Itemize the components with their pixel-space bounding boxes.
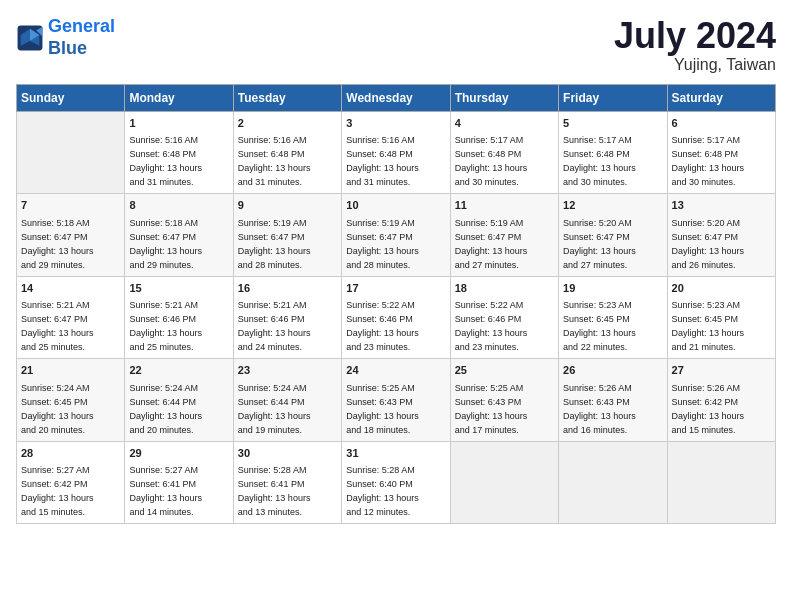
calendar-cell: 6 Sunrise: 5:17 AMSunset: 6:48 PMDayligh… [667, 111, 775, 194]
calendar-cell [667, 441, 775, 524]
calendar-cell: 25 Sunrise: 5:25 AMSunset: 6:43 PMDaylig… [450, 359, 558, 442]
day-number: 11 [455, 198, 554, 213]
day-info: Sunrise: 5:16 AMSunset: 6:48 PMDaylight:… [129, 135, 202, 187]
day-number: 8 [129, 198, 228, 213]
day-info: Sunrise: 5:17 AMSunset: 6:48 PMDaylight:… [455, 135, 528, 187]
day-number: 13 [672, 198, 771, 213]
calendar-cell: 12 Sunrise: 5:20 AMSunset: 6:47 PMDaylig… [559, 194, 667, 277]
day-info: Sunrise: 5:20 AMSunset: 6:47 PMDaylight:… [672, 218, 745, 270]
calendar-cell: 21 Sunrise: 5:24 AMSunset: 6:45 PMDaylig… [17, 359, 125, 442]
day-number: 25 [455, 363, 554, 378]
day-info: Sunrise: 5:24 AMSunset: 6:44 PMDaylight:… [238, 383, 311, 435]
month-year-title: July 2024 [614, 16, 776, 56]
day-info: Sunrise: 5:21 AMSunset: 6:46 PMDaylight:… [238, 300, 311, 352]
day-info: Sunrise: 5:18 AMSunset: 6:47 PMDaylight:… [129, 218, 202, 270]
day-info: Sunrise: 5:27 AMSunset: 6:41 PMDaylight:… [129, 465, 202, 517]
day-info: Sunrise: 5:26 AMSunset: 6:43 PMDaylight:… [563, 383, 636, 435]
day-number: 6 [672, 116, 771, 131]
day-number: 1 [129, 116, 228, 131]
day-info: Sunrise: 5:21 AMSunset: 6:47 PMDaylight:… [21, 300, 94, 352]
calendar-cell: 30 Sunrise: 5:28 AMSunset: 6:41 PMDaylig… [233, 441, 341, 524]
calendar-cell: 5 Sunrise: 5:17 AMSunset: 6:48 PMDayligh… [559, 111, 667, 194]
calendar-cell: 24 Sunrise: 5:25 AMSunset: 6:43 PMDaylig… [342, 359, 450, 442]
weekday-header-thursday: Thursday [450, 84, 558, 111]
day-number: 18 [455, 281, 554, 296]
day-info: Sunrise: 5:23 AMSunset: 6:45 PMDaylight:… [672, 300, 745, 352]
day-number: 30 [238, 446, 337, 461]
weekday-header-friday: Friday [559, 84, 667, 111]
day-info: Sunrise: 5:26 AMSunset: 6:42 PMDaylight:… [672, 383, 745, 435]
calendar-cell: 28 Sunrise: 5:27 AMSunset: 6:42 PMDaylig… [17, 441, 125, 524]
location-subtitle: Yujing, Taiwan [614, 56, 776, 74]
day-number: 20 [672, 281, 771, 296]
calendar-cell: 22 Sunrise: 5:24 AMSunset: 6:44 PMDaylig… [125, 359, 233, 442]
day-number: 17 [346, 281, 445, 296]
calendar-cell: 4 Sunrise: 5:17 AMSunset: 6:48 PMDayligh… [450, 111, 558, 194]
logo: General Blue [16, 16, 115, 59]
calendar-body: 1 Sunrise: 5:16 AMSunset: 6:48 PMDayligh… [17, 111, 776, 524]
day-number: 4 [455, 116, 554, 131]
day-number: 3 [346, 116, 445, 131]
calendar-week-row: 14 Sunrise: 5:21 AMSunset: 6:47 PMDaylig… [17, 276, 776, 359]
calendar-cell: 31 Sunrise: 5:28 AMSunset: 6:40 PMDaylig… [342, 441, 450, 524]
calendar-cell: 11 Sunrise: 5:19 AMSunset: 6:47 PMDaylig… [450, 194, 558, 277]
logo-general: General [48, 16, 115, 36]
day-number: 23 [238, 363, 337, 378]
day-number: 12 [563, 198, 662, 213]
weekday-header-saturday: Saturday [667, 84, 775, 111]
day-number: 5 [563, 116, 662, 131]
calendar-cell: 1 Sunrise: 5:16 AMSunset: 6:48 PMDayligh… [125, 111, 233, 194]
day-info: Sunrise: 5:28 AMSunset: 6:41 PMDaylight:… [238, 465, 311, 517]
day-number: 24 [346, 363, 445, 378]
calendar-cell [450, 441, 558, 524]
calendar-week-row: 28 Sunrise: 5:27 AMSunset: 6:42 PMDaylig… [17, 441, 776, 524]
calendar-cell: 27 Sunrise: 5:26 AMSunset: 6:42 PMDaylig… [667, 359, 775, 442]
day-info: Sunrise: 5:21 AMSunset: 6:46 PMDaylight:… [129, 300, 202, 352]
day-info: Sunrise: 5:18 AMSunset: 6:47 PMDaylight:… [21, 218, 94, 270]
weekday-header-sunday: Sunday [17, 84, 125, 111]
day-number: 15 [129, 281, 228, 296]
day-info: Sunrise: 5:27 AMSunset: 6:42 PMDaylight:… [21, 465, 94, 517]
calendar-cell [559, 441, 667, 524]
calendar-cell: 9 Sunrise: 5:19 AMSunset: 6:47 PMDayligh… [233, 194, 341, 277]
day-info: Sunrise: 5:24 AMSunset: 6:44 PMDaylight:… [129, 383, 202, 435]
day-number: 21 [21, 363, 120, 378]
day-info: Sunrise: 5:16 AMSunset: 6:48 PMDaylight:… [238, 135, 311, 187]
calendar-header-row: SundayMondayTuesdayWednesdayThursdayFrid… [17, 84, 776, 111]
calendar-cell: 23 Sunrise: 5:24 AMSunset: 6:44 PMDaylig… [233, 359, 341, 442]
day-number: 31 [346, 446, 445, 461]
day-info: Sunrise: 5:23 AMSunset: 6:45 PMDaylight:… [563, 300, 636, 352]
calendar-cell: 8 Sunrise: 5:18 AMSunset: 6:47 PMDayligh… [125, 194, 233, 277]
day-info: Sunrise: 5:22 AMSunset: 6:46 PMDaylight:… [455, 300, 528, 352]
calendar-table: SundayMondayTuesdayWednesdayThursdayFrid… [16, 84, 776, 525]
day-number: 7 [21, 198, 120, 213]
calendar-cell: 16 Sunrise: 5:21 AMSunset: 6:46 PMDaylig… [233, 276, 341, 359]
calendar-cell: 3 Sunrise: 5:16 AMSunset: 6:48 PMDayligh… [342, 111, 450, 194]
day-number: 14 [21, 281, 120, 296]
day-info: Sunrise: 5:19 AMSunset: 6:47 PMDaylight:… [346, 218, 419, 270]
day-info: Sunrise: 5:28 AMSunset: 6:40 PMDaylight:… [346, 465, 419, 517]
calendar-cell: 19 Sunrise: 5:23 AMSunset: 6:45 PMDaylig… [559, 276, 667, 359]
calendar-cell: 13 Sunrise: 5:20 AMSunset: 6:47 PMDaylig… [667, 194, 775, 277]
calendar-cell: 7 Sunrise: 5:18 AMSunset: 6:47 PMDayligh… [17, 194, 125, 277]
day-info: Sunrise: 5:19 AMSunset: 6:47 PMDaylight:… [238, 218, 311, 270]
calendar-cell [17, 111, 125, 194]
day-number: 29 [129, 446, 228, 461]
day-info: Sunrise: 5:25 AMSunset: 6:43 PMDaylight:… [455, 383, 528, 435]
day-number: 9 [238, 198, 337, 213]
calendar-cell: 10 Sunrise: 5:19 AMSunset: 6:47 PMDaylig… [342, 194, 450, 277]
calendar-cell: 26 Sunrise: 5:26 AMSunset: 6:43 PMDaylig… [559, 359, 667, 442]
day-number: 2 [238, 116, 337, 131]
title-block: July 2024 Yujing, Taiwan [614, 16, 776, 74]
day-info: Sunrise: 5:22 AMSunset: 6:46 PMDaylight:… [346, 300, 419, 352]
calendar-cell: 2 Sunrise: 5:16 AMSunset: 6:48 PMDayligh… [233, 111, 341, 194]
calendar-cell: 20 Sunrise: 5:23 AMSunset: 6:45 PMDaylig… [667, 276, 775, 359]
calendar-cell: 14 Sunrise: 5:21 AMSunset: 6:47 PMDaylig… [17, 276, 125, 359]
day-number: 19 [563, 281, 662, 296]
day-number: 27 [672, 363, 771, 378]
logo-icon [16, 24, 44, 52]
day-info: Sunrise: 5:19 AMSunset: 6:47 PMDaylight:… [455, 218, 528, 270]
calendar-cell: 29 Sunrise: 5:27 AMSunset: 6:41 PMDaylig… [125, 441, 233, 524]
weekday-header-wednesday: Wednesday [342, 84, 450, 111]
logo-blue: Blue [48, 38, 87, 58]
